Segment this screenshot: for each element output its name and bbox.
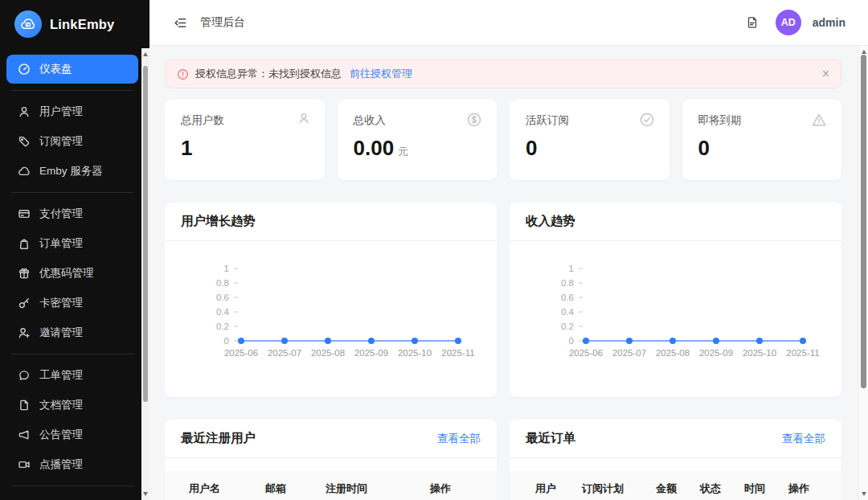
- chart-title: 用户增长趋势: [181, 213, 256, 230]
- sidebar-item[interactable]: 用户管理: [6, 97, 138, 126]
- sidebar-item[interactable]: 订单管理: [6, 229, 138, 258]
- stat-label: 总用户数: [181, 113, 309, 128]
- sidebar-scrollbar-thumb[interactable]: [143, 66, 148, 402]
- main-scrollbar[interactable]: [858, 46, 868, 500]
- license-alert: 授权信息异常：未找到授权信息 前往授权管理 ×: [165, 59, 841, 88]
- sidebar-item-label: 仪表盘: [39, 62, 72, 76]
- sidebar-item[interactable]: 订阅管理: [6, 127, 138, 156]
- stat-value: 0.00元: [354, 136, 481, 161]
- stat-value: 1: [181, 136, 309, 161]
- main-scrollbar-thumb[interactable]: [861, 55, 866, 388]
- sidebar-item[interactable]: 支付管理: [6, 199, 138, 228]
- stat-unit: 元: [398, 145, 408, 158]
- sidebar: LinkEmby 仪表盘用户管理订阅管理Emby 服务器支付管理订单管理优惠码管…: [0, 0, 149, 500]
- sidebar-item-label: 用户管理: [39, 105, 83, 119]
- svg-text:0.4: 0.4: [561, 307, 575, 317]
- table-title: 最近注册用户: [181, 430, 256, 447]
- panel-header: 最近注册用户查看全部: [165, 420, 497, 458]
- avatar[interactable]: AD: [776, 10, 801, 35]
- chat-icon: [18, 369, 31, 382]
- alert-message: 授权信息异常：未找到授权信息: [195, 67, 342, 81]
- sidebar-item[interactable]: 邀请管理: [6, 318, 138, 347]
- sidebar-item-label: 订单管理: [39, 236, 83, 251]
- sidebar-item[interactable]: 工单管理: [6, 361, 138, 390]
- menu-divider: [11, 90, 133, 91]
- sidebar-item[interactable]: 文档管理: [6, 391, 138, 420]
- svg-text:2025-08: 2025-08: [311, 348, 345, 358]
- sidebar-item[interactable]: 仪表盘: [6, 55, 138, 84]
- sidebar-item-label: 点播管理: [39, 457, 83, 472]
- stat-label: 总收入: [354, 113, 481, 128]
- svg-text:2025-10: 2025-10: [398, 348, 432, 358]
- scroll-up-icon[interactable]: [859, 50, 868, 54]
- chart-area: 00.20.40.60.812025-062025-072025-082025-…: [510, 241, 841, 397]
- sidebar-menu: 仪表盘用户管理订阅管理Emby 服务器支付管理订单管理优惠码管理卡密管理邀请管理…: [0, 48, 149, 486]
- table-column-header: 金额: [656, 482, 700, 496]
- menu-fold-icon[interactable]: [174, 16, 187, 30]
- svg-text:2025-11: 2025-11: [441, 348, 474, 358]
- table-column-header: 用户名: [189, 482, 265, 496]
- sidebar-item[interactable]: Emby 服务器: [6, 157, 138, 186]
- table-column-header: 订阅计划: [582, 482, 656, 496]
- sidebar-item-label: 公告管理: [39, 428, 83, 442]
- close-icon[interactable]: ×: [822, 68, 829, 80]
- svg-text:2025-09: 2025-09: [354, 348, 388, 358]
- table-column-header: 操作: [788, 482, 841, 496]
- menu-divider: [11, 354, 133, 355]
- username[interactable]: admin: [813, 16, 845, 29]
- panel-header: 用户增长趋势: [165, 203, 497, 241]
- chart-area: 00.20.40.60.812025-062025-072025-082025-…: [165, 241, 497, 397]
- table-column-header: 注册时间: [326, 482, 430, 496]
- sidebar-item[interactable]: 卡密管理: [6, 289, 138, 318]
- sidebar-item-label: 邀请管理: [39, 326, 83, 340]
- view-all-link[interactable]: 查看全部: [437, 432, 481, 446]
- user-icon: [18, 105, 31, 118]
- sidebar-item-label: 支付管理: [39, 207, 83, 221]
- scroll-down-icon[interactable]: [141, 492, 149, 496]
- table-column-header: 时间: [744, 482, 788, 496]
- svg-text:2025-07: 2025-07: [612, 348, 646, 358]
- svg-text:0.2: 0.2: [216, 322, 229, 331]
- tag-icon: [18, 135, 31, 148]
- svg-text:0: 0: [224, 336, 229, 346]
- sidebar-scrollbar[interactable]: [141, 48, 149, 500]
- menu-divider: [11, 192, 133, 193]
- stat-label: 即将到期: [698, 113, 826, 128]
- sidebar-item[interactable]: 点播管理: [6, 450, 138, 479]
- scroll-up-icon[interactable]: [141, 52, 149, 56]
- check-circle-icon: [639, 112, 655, 128]
- view-all-link[interactable]: 查看全部: [782, 432, 825, 446]
- stat-card: 总用户数1: [165, 100, 325, 180]
- line-chart: 00.20.40.60.812025-062025-072025-082025-…: [510, 244, 841, 397]
- main-area: 管理后台 AD admin 授权信息异常：未找到授权信息 前往授权管理 ×: [149, 0, 868, 500]
- sidebar-item[interactable]: 优惠码管理: [6, 259, 138, 288]
- table-column-header: 邮箱: [265, 482, 326, 496]
- stat-card: 活跃订阅0: [510, 100, 669, 180]
- user-plus-icon: [18, 326, 31, 339]
- table-title: 最近订单: [526, 430, 575, 447]
- document-icon: [18, 399, 31, 412]
- svg-text:2025-06: 2025-06: [569, 348, 603, 358]
- svg-text:0.8: 0.8: [216, 278, 229, 288]
- user-icon: [297, 112, 310, 125]
- scroll-down-icon[interactable]: [859, 492, 868, 496]
- chart-panel: 用户增长趋势 00.20.40.60.812025-062025-072025-…: [165, 203, 497, 397]
- sidebar-item[interactable]: 公告管理: [6, 420, 138, 449]
- table-body: 用户名邮箱注册时间操作: [165, 458, 497, 500]
- cloud-icon: [18, 165, 31, 178]
- cloud-server-icon: [14, 10, 42, 38]
- stat-value: 0: [526, 136, 653, 161]
- sidebar-item-label: 订阅管理: [39, 134, 83, 149]
- table-column-header: 状态: [700, 482, 744, 496]
- menu-divider: [11, 486, 133, 486]
- alert-link[interactable]: 前往授权管理: [350, 67, 412, 81]
- sidebar-item-label: 文档管理: [39, 398, 83, 412]
- chart-panel: 收入趋势 00.20.40.60.812025-062025-072025-08…: [510, 203, 841, 397]
- svg-text:2025-11: 2025-11: [786, 348, 819, 358]
- docs-icon[interactable]: [745, 15, 760, 30]
- brand-name: LinkEmby: [50, 17, 114, 32]
- video-icon: [18, 458, 31, 471]
- svg-text:2025-06: 2025-06: [224, 348, 258, 358]
- table-panel: 最近注册用户查看全部用户名邮箱注册时间操作: [165, 420, 497, 500]
- key-icon: [18, 297, 31, 309]
